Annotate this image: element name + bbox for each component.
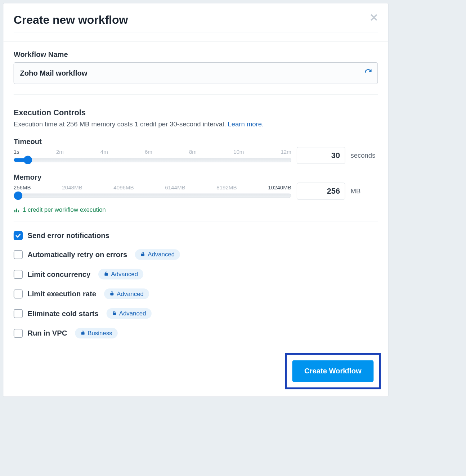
- option-row: Automatically retry on errorsAdvanced: [14, 249, 378, 260]
- timeout-label: Timeout: [14, 137, 378, 146]
- option-row: Run in VPCBusiness: [14, 328, 378, 338]
- memory-value-input[interactable]: [297, 183, 345, 199]
- modal-footer: Create Workflow: [285, 353, 381, 389]
- memory-label: Memory: [14, 173, 378, 181]
- lock-icon: [140, 251, 145, 258]
- option-checkbox[interactable]: [14, 329, 23, 338]
- credit-cost-text: 1 credit per workflow execution: [23, 206, 106, 213]
- svg-rect-1: [16, 208, 17, 212]
- divider: [14, 94, 378, 95]
- option-label: Limit execution rate: [27, 289, 96, 298]
- option-checkbox[interactable]: [14, 309, 23, 318]
- plan-badge[interactable]: Advanced: [98, 269, 143, 279]
- plan-badge[interactable]: Business: [75, 328, 118, 338]
- execution-controls-heading: Execution Controls: [14, 108, 378, 117]
- workflow-name-input[interactable]: [19, 69, 364, 78]
- option-row: Limit execution rateAdvanced: [14, 288, 378, 299]
- option-row: Eliminate cold startsAdvanced: [14, 308, 378, 319]
- memory-slider[interactable]: 256MB2048MB4096MB6144MB8192MB10240MB: [14, 184, 291, 198]
- memory-unit: MB: [351, 187, 378, 195]
- option-label: Limit concurrency: [27, 270, 90, 279]
- credit-cost-line: 1 credit per workflow execution: [14, 206, 378, 213]
- badge-text: Advanced: [117, 290, 144, 297]
- option-row: Limit concurrencyAdvanced: [14, 269, 378, 279]
- divider: [14, 32, 378, 32]
- svg-rect-2: [18, 210, 19, 212]
- cta-highlight-box: Create Workflow: [285, 353, 381, 389]
- option-checkbox[interactable]: [14, 231, 23, 240]
- plan-badge[interactable]: Advanced: [106, 308, 151, 319]
- create-workflow-button[interactable]: Create Workflow: [292, 360, 373, 382]
- close-icon[interactable]: ✕: [369, 12, 378, 23]
- slider-thumb[interactable]: [14, 192, 22, 200]
- plan-badge[interactable]: Advanced: [104, 288, 149, 299]
- badge-text: Advanced: [111, 271, 138, 278]
- svg-rect-0: [14, 210, 15, 212]
- timeout-slider[interactable]: 1s2m4m6m8m10m12m: [14, 149, 291, 162]
- execution-controls-description: Execution time at 256 MB memory costs 1 …: [14, 120, 378, 128]
- memory-ticks: 256MB2048MB4096MB6144MB8192MB10240MB: [14, 184, 291, 191]
- plan-badge[interactable]: Advanced: [135, 249, 180, 260]
- lock-icon: [80, 330, 85, 337]
- workflow-name-label: Workflow Name: [14, 50, 378, 59]
- badge-text: Advanced: [148, 251, 175, 258]
- option-checkbox[interactable]: [14, 270, 23, 279]
- slider-thumb[interactable]: [23, 156, 32, 165]
- timeout-unit: seconds: [351, 152, 378, 160]
- option-checkbox[interactable]: [14, 250, 23, 259]
- modal-title: Create new workflow: [14, 14, 128, 27]
- refresh-icon[interactable]: [364, 69, 372, 78]
- exec-desc-text: Execution time at 256 MB memory costs 1 …: [14, 120, 228, 128]
- timeout-ticks: 1s2m4m6m8m10m12m: [14, 149, 291, 155]
- lock-icon: [112, 310, 117, 317]
- workflow-name-field[interactable]: [14, 62, 378, 84]
- create-workflow-modal: Create new workflow ✕ Workflow Name Exec…: [3, 3, 388, 397]
- option-row: Send error notifications: [14, 231, 378, 240]
- option-label: Eliminate cold starts: [27, 309, 98, 318]
- lock-icon: [104, 271, 108, 278]
- timeout-value-input[interactable]: [297, 147, 345, 164]
- bar-chart-icon: [14, 207, 20, 213]
- option-label: Automatically retry on errors: [27, 250, 127, 259]
- divider: [14, 222, 378, 222]
- badge-text: Business: [88, 330, 112, 337]
- learn-more-link[interactable]: Learn more.: [228, 120, 264, 128]
- badge-text: Advanced: [119, 310, 146, 317]
- workflow-options: Send error notificationsAutomatically re…: [14, 231, 378, 338]
- lock-icon: [109, 290, 114, 297]
- divider: [3, 41, 388, 42]
- option-label: Run in VPC: [27, 329, 67, 338]
- option-label: Send error notifications: [27, 232, 109, 240]
- option-checkbox[interactable]: [14, 289, 23, 298]
